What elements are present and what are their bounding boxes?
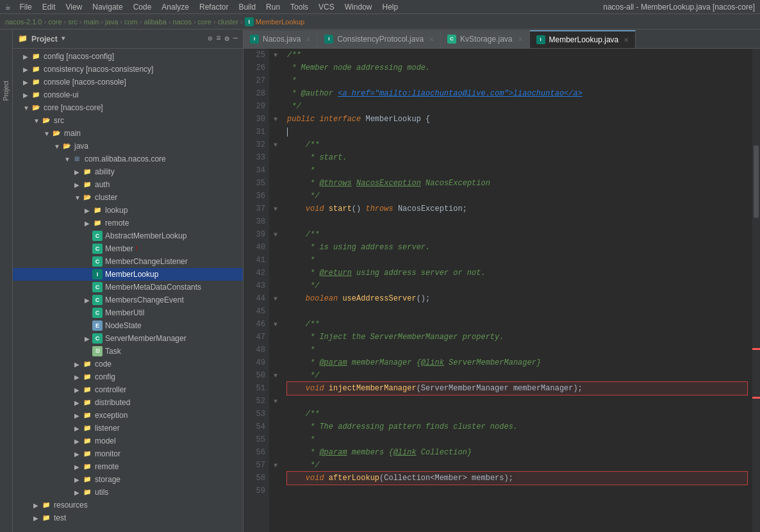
panel-dropdown-icon[interactable]: ▼ bbox=[62, 35, 65, 42]
breadcrumb-nacos2[interactable]: nacos bbox=[173, 18, 192, 26]
tree-item-membermetadataconstants[interactable]: C MemberMetaDataConstants bbox=[13, 281, 243, 294]
fold-arrow-58[interactable]: ▼ bbox=[269, 459, 282, 472]
tree-item-nodestate[interactable]: E NodeState bbox=[13, 319, 243, 332]
tab-close-kvstorage[interactable]: ✕ bbox=[518, 36, 523, 43]
tree-item-member[interactable]: C Member ! bbox=[13, 242, 243, 255]
code-line-28: * @author <a href="mailto:liaochuntao@li… bbox=[287, 87, 747, 100]
menu-edit[interactable]: Edit bbox=[38, 3, 60, 12]
menu-window[interactable]: Window bbox=[341, 3, 376, 12]
tab-nacos[interactable]: I Nacos.java ✕ bbox=[244, 30, 318, 48]
tree-item-auth[interactable]: ▶ 📁 auth bbox=[13, 178, 243, 191]
tree-item-main[interactable]: ▼ 📂 main bbox=[13, 127, 243, 140]
code-line-57: */ bbox=[287, 459, 747, 472]
breadcrumb-java[interactable]: java bbox=[105, 18, 118, 26]
tree-item-memberschangeevent[interactable]: ▶ C MembersChangeEvent bbox=[13, 294, 243, 306]
tree-item-test[interactable]: ▶ 📁 test bbox=[13, 511, 243, 524]
tree-item-memberlookup[interactable]: I MemberLookup bbox=[13, 268, 243, 281]
tree-item-config[interactable]: ▶ 📁 config [nacos-config] bbox=[13, 50, 243, 63]
tab-memberlookup[interactable]: I MemberLookup.java ✕ bbox=[530, 30, 636, 48]
tree-item-java[interactable]: ▼ 📂 java bbox=[13, 140, 243, 153]
breadcrumb-main[interactable]: main bbox=[84, 18, 99, 26]
tree-item-storage[interactable]: ▶ 📁 storage bbox=[13, 473, 243, 486]
tree-item-memberchangelistener[interactable]: C MemberChangeListener bbox=[13, 255, 243, 268]
folder-icon-cluster: 📂 bbox=[82, 192, 92, 203]
folder-icon-ability: 📁 bbox=[82, 167, 92, 177]
tree-item-ability[interactable]: ▶ 📁 ability bbox=[13, 165, 243, 178]
tree-item-remote[interactable]: ▶ 📁 remote bbox=[13, 217, 243, 229]
menu-code[interactable]: Code bbox=[129, 3, 156, 12]
tree-item-src[interactable]: ▼ 📂 src bbox=[13, 114, 243, 127]
tree-item-controller[interactable]: ▶ 📁 controller bbox=[13, 383, 243, 396]
panel-settings-icon[interactable]: ⚙ bbox=[225, 34, 229, 44]
breadcrumb-nacos[interactable]: nacos-2.1.0 bbox=[5, 18, 42, 26]
tab-close-memberlookup[interactable]: ✕ bbox=[624, 37, 629, 44]
breadcrumb-core2[interactable]: core bbox=[198, 18, 211, 26]
task-icon: ⊡ bbox=[92, 346, 103, 356]
tree-item-core[interactable]: ▼ 📂 core [nacos-core] bbox=[13, 101, 243, 114]
tree-item-exception[interactable]: ▶ 📁 exception bbox=[13, 409, 243, 422]
tree-item-monitor[interactable]: ▶ 📁 monitor bbox=[13, 447, 243, 460]
tree-item-remote2[interactable]: ▶ 📁 remote bbox=[13, 460, 243, 473]
tree-item-listener[interactable]: ▶ 📁 listener bbox=[13, 422, 243, 435]
tree-item-package[interactable]: ▼ ⊞ com.alibaba.nacos.core bbox=[13, 153, 243, 165]
tree-item-lookup[interactable]: ▶ 📁 lookup bbox=[13, 204, 243, 217]
tree-item-distributed[interactable]: ▶ 📁 distributed bbox=[13, 396, 243, 409]
tree-item-utils[interactable]: ▶ 📁 utils bbox=[13, 486, 243, 499]
fold-arrow-37[interactable]: ▼ bbox=[269, 203, 282, 215]
tab-kvstorage[interactable]: C KvStorage.java ✕ bbox=[441, 30, 529, 48]
tree-item-memberutil[interactable]: C MemberUtil bbox=[13, 306, 243, 319]
menu-build[interactable]: Build bbox=[235, 3, 260, 12]
tab-close-nacos[interactable]: ✕ bbox=[306, 36, 311, 43]
tree-item-abstractmemberlookup[interactable]: C AbstractMemberLookup bbox=[13, 229, 243, 242]
tree-item-code[interactable]: ▶ 📁 code bbox=[13, 358, 243, 370]
tree-item-config2[interactable]: ▶ 📁 config bbox=[13, 370, 243, 383]
code-lines[interactable]: /** * Member node addressing mode. * * @… bbox=[282, 49, 752, 532]
menu-navigate[interactable]: Navigate bbox=[88, 3, 126, 12]
tab-label-consistency: ConsistencyProtocol.java bbox=[337, 35, 424, 44]
fold-arrow-46[interactable]: ▼ bbox=[269, 318, 282, 331]
menu-help[interactable]: Help bbox=[378, 3, 402, 12]
tree-item-cluster[interactable]: ▼ 📂 cluster bbox=[13, 191, 243, 204]
menu-tools[interactable]: Tools bbox=[286, 3, 312, 12]
tree-item-console-ui[interactable]: ▶ 📁 console-ui bbox=[13, 88, 243, 101]
breadcrumb: nacos-2.1.0 › core › src › main › java ›… bbox=[0, 14, 760, 29]
folder-icon-model: 📁 bbox=[82, 436, 92, 446]
tree-item-servermembermanager[interactable]: ▶ C ServerMemberManager bbox=[13, 332, 243, 345]
tab-close-consistency[interactable]: ✕ bbox=[429, 36, 434, 43]
fold-arrow-51[interactable]: ▼ bbox=[269, 369, 282, 382]
menu-run[interactable]: Run bbox=[262, 3, 284, 12]
panel-close-icon[interactable]: — bbox=[233, 34, 238, 44]
tree-item-model[interactable]: ▶ 📁 model bbox=[13, 435, 243, 447]
project-tab-label[interactable]: Project bbox=[3, 81, 10, 101]
scroll-indicator[interactable] bbox=[752, 49, 760, 532]
fold-arrow-39[interactable]: ▼ bbox=[269, 228, 282, 241]
breadcrumb-memberlookup[interactable]: MemberLookup bbox=[256, 18, 304, 26]
panel-locate-icon[interactable]: ⊙ bbox=[208, 34, 212, 44]
fold-arrow-30[interactable]: ▼ bbox=[269, 113, 282, 126]
fold-arrow-32[interactable]: ▼ bbox=[269, 138, 282, 151]
folder-icon-exception: 📁 bbox=[82, 410, 92, 420]
menu-vcs[interactable]: VCS bbox=[315, 3, 338, 12]
breadcrumb-core[interactable]: core bbox=[48, 18, 62, 26]
fold-arrow-44[interactable]: ▼ bbox=[269, 292, 282, 305]
folder-icon-main: 📂 bbox=[51, 128, 62, 138]
fold-arrow-53[interactable]: ▼ bbox=[269, 395, 282, 408]
tab-consistency[interactable]: I ConsistencyProtocol.java ✕ bbox=[318, 30, 441, 48]
tree-item-consistency[interactable]: ▶ 📁 consistency [nacos-consistency] bbox=[13, 63, 243, 76]
tree-item-resources[interactable]: ▶ 📁 resources bbox=[13, 499, 243, 511]
code-line-56: * @param members {@link Collection} bbox=[287, 446, 747, 459]
tree-item-task[interactable]: ⊡ Task bbox=[13, 345, 243, 358]
panel-collapse-icon[interactable]: ≡ bbox=[216, 34, 220, 44]
tree-item-console[interactable]: ▶ 📁 console [nacos-console] bbox=[13, 76, 243, 88]
code-line-45 bbox=[287, 305, 747, 318]
breadcrumb-src[interactable]: src bbox=[68, 18, 78, 26]
menu-view[interactable]: View bbox=[62, 3, 86, 12]
breadcrumb-alibaba[interactable]: alibaba bbox=[144, 18, 166, 26]
menu-file[interactable]: File bbox=[15, 3, 35, 12]
fold-arrow-25[interactable]: ▼ bbox=[269, 49, 282, 62]
breadcrumb-com[interactable]: com bbox=[124, 18, 138, 26]
breadcrumb-cluster[interactable]: cluster bbox=[218, 18, 238, 26]
menu-refactor[interactable]: Refactor bbox=[195, 3, 232, 12]
menu-analyze[interactable]: Analyze bbox=[158, 3, 193, 12]
code-line-53: /** bbox=[287, 408, 747, 420]
